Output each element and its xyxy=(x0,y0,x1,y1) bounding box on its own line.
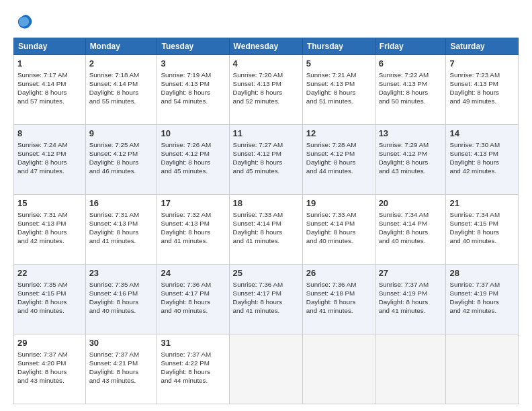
week-row: 15Sunrise: 7:31 AM Sunset: 4:13 PM Dayli… xyxy=(14,195,519,265)
day-info: Sunrise: 7:37 AM Sunset: 4:20 PM Dayligh… xyxy=(17,350,82,385)
day-info: Sunrise: 7:30 AM Sunset: 4:13 PM Dayligh… xyxy=(449,140,515,176)
day-info: Sunrise: 7:27 AM Sunset: 4:12 PM Dayligh… xyxy=(233,140,299,176)
calendar-cell: 6Sunrise: 7:22 AM Sunset: 4:13 PM Daylig… xyxy=(375,55,446,125)
calendar-cell: 11Sunrise: 7:27 AM Sunset: 4:12 PM Dayli… xyxy=(229,125,302,195)
day-number: 27 xyxy=(379,267,443,279)
calendar-cell: 13Sunrise: 7:29 AM Sunset: 4:12 PM Dayli… xyxy=(375,125,446,195)
day-number: 23 xyxy=(89,267,154,279)
day-info: Sunrise: 7:36 AM Sunset: 4:17 PM Dayligh… xyxy=(233,280,299,316)
day-info: Sunrise: 7:21 AM Sunset: 4:13 PM Dayligh… xyxy=(306,71,371,106)
day-number: 26 xyxy=(306,267,371,279)
day-number: 18 xyxy=(233,197,299,210)
page: SundayMondayTuesdayWednesdayThursdayFrid… xyxy=(0,0,532,411)
calendar-cell: 27Sunrise: 7:37 AM Sunset: 4:19 PM Dayli… xyxy=(375,265,446,334)
calendar-cell: 17Sunrise: 7:32 AM Sunset: 4:13 PM Dayli… xyxy=(157,195,229,265)
calendar-cell: 28Sunrise: 7:37 AM Sunset: 4:19 PM Dayli… xyxy=(446,265,519,334)
calendar-cell: 1Sunrise: 7:17 AM Sunset: 4:14 PM Daylig… xyxy=(14,55,86,125)
day-info: Sunrise: 7:29 AM Sunset: 4:12 PM Dayligh… xyxy=(379,140,443,176)
calendar-cell: 2Sunrise: 7:18 AM Sunset: 4:14 PM Daylig… xyxy=(85,55,157,125)
calendar-cell: 15Sunrise: 7:31 AM Sunset: 4:13 PM Dayli… xyxy=(14,195,86,265)
day-number: 21 xyxy=(449,197,515,210)
day-number: 8 xyxy=(17,128,82,140)
day-number: 28 xyxy=(449,267,515,279)
header-saturday: Saturday xyxy=(446,38,519,55)
day-info: Sunrise: 7:34 AM Sunset: 4:15 PM Dayligh… xyxy=(449,210,515,246)
calendar-cell xyxy=(446,334,519,404)
day-info: Sunrise: 7:17 AM Sunset: 4:14 PM Dayligh… xyxy=(17,71,82,106)
calendar-cell: 16Sunrise: 7:31 AM Sunset: 4:13 PM Dayli… xyxy=(85,195,157,265)
day-number: 14 xyxy=(449,128,515,140)
day-info: Sunrise: 7:36 AM Sunset: 4:18 PM Dayligh… xyxy=(306,280,371,316)
calendar-cell: 31Sunrise: 7:37 AM Sunset: 4:22 PM Dayli… xyxy=(157,334,229,404)
day-info: Sunrise: 7:24 AM Sunset: 4:12 PM Dayligh… xyxy=(17,140,82,176)
day-number: 30 xyxy=(89,337,154,349)
calendar-cell: 8Sunrise: 7:24 AM Sunset: 4:12 PM Daylig… xyxy=(14,125,86,195)
day-info: Sunrise: 7:26 AM Sunset: 4:12 PM Dayligh… xyxy=(161,140,225,176)
day-number: 25 xyxy=(233,267,299,279)
day-number: 31 xyxy=(161,337,225,349)
day-info: Sunrise: 7:28 AM Sunset: 4:12 PM Dayligh… xyxy=(306,140,371,176)
header-friday: Friday xyxy=(375,38,446,55)
day-info: Sunrise: 7:37 AM Sunset: 4:19 PM Dayligh… xyxy=(379,280,443,316)
calendar-cell: 18Sunrise: 7:33 AM Sunset: 4:14 PM Dayli… xyxy=(229,195,302,265)
day-info: Sunrise: 7:19 AM Sunset: 4:13 PM Dayligh… xyxy=(161,71,225,106)
day-info: Sunrise: 7:23 AM Sunset: 4:13 PM Dayligh… xyxy=(449,71,515,106)
calendar-cell: 20Sunrise: 7:34 AM Sunset: 4:14 PM Dayli… xyxy=(375,195,446,265)
calendar-cell: 29Sunrise: 7:37 AM Sunset: 4:20 PM Dayli… xyxy=(14,334,86,404)
day-info: Sunrise: 7:36 AM Sunset: 4:17 PM Dayligh… xyxy=(161,280,225,316)
day-number: 5 xyxy=(306,58,371,70)
header-monday: Monday xyxy=(85,38,157,55)
calendar-cell: 9Sunrise: 7:25 AM Sunset: 4:12 PM Daylig… xyxy=(85,125,157,195)
day-number: 4 xyxy=(233,58,299,70)
header xyxy=(13,12,519,32)
calendar: SundayMondayTuesdayWednesdayThursdayFrid… xyxy=(13,38,519,404)
calendar-cell: 21Sunrise: 7:34 AM Sunset: 4:15 PM Dayli… xyxy=(446,195,519,265)
day-info: Sunrise: 7:32 AM Sunset: 4:13 PM Dayligh… xyxy=(161,210,225,246)
day-info: Sunrise: 7:37 AM Sunset: 4:21 PM Dayligh… xyxy=(89,350,154,385)
day-number: 22 xyxy=(17,267,82,279)
day-number: 1 xyxy=(17,58,82,70)
day-info: Sunrise: 7:37 AM Sunset: 4:19 PM Dayligh… xyxy=(449,280,515,316)
calendar-cell: 12Sunrise: 7:28 AM Sunset: 4:12 PM Dayli… xyxy=(302,125,375,195)
day-number: 9 xyxy=(89,128,154,140)
day-info: Sunrise: 7:35 AM Sunset: 4:15 PM Dayligh… xyxy=(17,280,82,316)
calendar-cell: 23Sunrise: 7:35 AM Sunset: 4:16 PM Dayli… xyxy=(85,265,157,334)
day-info: Sunrise: 7:35 AM Sunset: 4:16 PM Dayligh… xyxy=(89,280,154,316)
day-info: Sunrise: 7:22 AM Sunset: 4:13 PM Dayligh… xyxy=(379,71,443,106)
logo-icon xyxy=(13,12,34,32)
header-row: SundayMondayTuesdayWednesdayThursdayFrid… xyxy=(14,38,519,55)
day-number: 10 xyxy=(161,128,225,140)
calendar-cell: 25Sunrise: 7:36 AM Sunset: 4:17 PM Dayli… xyxy=(229,265,302,334)
day-info: Sunrise: 7:25 AM Sunset: 4:12 PM Dayligh… xyxy=(89,140,154,176)
calendar-cell: 4Sunrise: 7:20 AM Sunset: 4:13 PM Daylig… xyxy=(229,55,302,125)
day-number: 16 xyxy=(89,197,154,210)
calendar-cell: 24Sunrise: 7:36 AM Sunset: 4:17 PM Dayli… xyxy=(157,265,229,334)
logo xyxy=(13,12,36,32)
day-number: 19 xyxy=(306,197,371,210)
day-number: 17 xyxy=(161,197,225,210)
day-number: 7 xyxy=(449,58,515,70)
day-number: 11 xyxy=(233,128,299,140)
calendar-cell xyxy=(375,334,446,404)
header-sunday: Sunday xyxy=(14,38,86,55)
calendar-cell: 22Sunrise: 7:35 AM Sunset: 4:15 PM Dayli… xyxy=(14,265,86,334)
day-number: 3 xyxy=(161,58,225,70)
day-number: 6 xyxy=(379,58,443,70)
day-number: 29 xyxy=(17,337,82,349)
day-info: Sunrise: 7:37 AM Sunset: 4:22 PM Dayligh… xyxy=(161,350,225,385)
day-info: Sunrise: 7:31 AM Sunset: 4:13 PM Dayligh… xyxy=(17,210,82,246)
day-number: 12 xyxy=(306,128,371,140)
calendar-cell: 14Sunrise: 7:30 AM Sunset: 4:13 PM Dayli… xyxy=(446,125,519,195)
calendar-cell: 3Sunrise: 7:19 AM Sunset: 4:13 PM Daylig… xyxy=(157,55,229,125)
day-number: 24 xyxy=(161,267,225,279)
calendar-cell: 7Sunrise: 7:23 AM Sunset: 4:13 PM Daylig… xyxy=(446,55,519,125)
header-wednesday: Wednesday xyxy=(229,38,302,55)
day-number: 13 xyxy=(379,128,443,140)
day-number: 2 xyxy=(89,58,154,70)
calendar-cell xyxy=(229,334,302,404)
header-tuesday: Tuesday xyxy=(157,38,229,55)
week-row: 8Sunrise: 7:24 AM Sunset: 4:12 PM Daylig… xyxy=(14,125,519,195)
day-info: Sunrise: 7:34 AM Sunset: 4:14 PM Dayligh… xyxy=(379,210,443,246)
calendar-cell xyxy=(302,334,375,404)
week-row: 22Sunrise: 7:35 AM Sunset: 4:15 PM Dayli… xyxy=(14,265,519,334)
